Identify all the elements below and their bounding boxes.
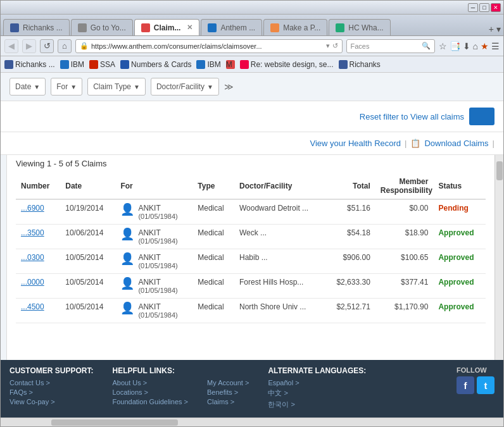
- tab-anthem[interactable]: Anthem ...: [201, 19, 262, 35]
- tab-label-5: Make a P...: [283, 23, 320, 32]
- reset-filter-link[interactable]: Reset filter to View all claims: [360, 112, 464, 121]
- h-scroll-thumb[interactable]: [51, 419, 178, 426]
- claim-facility-cell: North Shore Univ ...: [234, 299, 325, 323]
- claim-number-link[interactable]: ...6900: [21, 204, 44, 213]
- footer-chinese-link[interactable]: 中文 >: [268, 388, 366, 398]
- scroll-thumb[interactable]: [496, 161, 503, 180]
- doctor-filter-label: Doctor/Facility: [156, 82, 205, 91]
- table-row: ...0000 10/05/2014 👤 ANKIT (01/05/1984) …: [16, 274, 486, 299]
- date-filter[interactable]: Date ▼: [9, 78, 46, 96]
- bookmark-icon-richanks: [4, 60, 13, 69]
- browser-window: ─ □ ✕ Richanks ... Go to Yo... Claim... …: [0, 0, 504, 427]
- col-total: Total: [325, 173, 375, 199]
- for-name: ANKIT: [138, 278, 177, 287]
- col-number: Number: [16, 173, 60, 199]
- tab-hc[interactable]: HC Wha...: [329, 19, 390, 35]
- footer-espanol-link[interactable]: Español >: [268, 379, 366, 387]
- facebook-social-icon[interactable]: f: [457, 376, 474, 394]
- tab-close-3[interactable]: ✕: [187, 23, 192, 32]
- claim-number-link[interactable]: ...3500: [21, 228, 44, 237]
- tab-claim[interactable]: Claim... ✕: [134, 19, 200, 35]
- twitter-social-icon[interactable]: t: [477, 376, 495, 394]
- bookmark-label-nc: Numbers & Cards: [131, 60, 191, 69]
- footer-about-link[interactable]: About Us >: [112, 379, 188, 387]
- for-dob: (01/05/1984): [138, 311, 177, 319]
- footer-locations-link[interactable]: Locations >: [112, 388, 188, 396]
- bookmark-label-ssa: SSA: [100, 60, 115, 69]
- tab-favicon-4: [208, 23, 217, 32]
- claim-status-cell: Pending: [433, 199, 486, 225]
- claim-type-cell: Medical: [192, 249, 234, 274]
- bookmark-numcards[interactable]: Numbers & Cards: [120, 60, 191, 69]
- health-record-link[interactable]: View your Health Record: [310, 139, 401, 148]
- close-button[interactable]: ✕: [491, 3, 501, 12]
- bookmark-ibm[interactable]: IBM: [60, 60, 84, 69]
- bookmark-label-ibm2: IBM: [207, 60, 220, 69]
- left-edge: [1, 155, 7, 360]
- back-button[interactable]: ◀: [4, 39, 18, 53]
- footer-copay-link[interactable]: View Co-pay >: [9, 398, 93, 405]
- claim-responsibility-cell: $377.41: [375, 274, 434, 299]
- footer-account-link[interactable]: My Account >: [207, 379, 249, 387]
- toolbar-icons: ☆ 📑 ⬇ ⌂ ★ ☰: [439, 41, 500, 51]
- claim-type-filter[interactable]: Claim Type ▼: [87, 78, 146, 96]
- search-box[interactable]: Faces 🔍: [346, 39, 435, 53]
- download-claims-link[interactable]: Download Claims: [424, 139, 488, 148]
- new-tab-icon[interactable]: +: [489, 24, 494, 34]
- url-box[interactable]: 🔒 https://www.anthem.com/consumer/claims…: [75, 39, 343, 53]
- download-toolbar-icon[interactable]: ⬇: [463, 41, 470, 51]
- footer-faqs-link[interactable]: FAQs >: [9, 388, 93, 396]
- bookmark-ssa[interactable]: SSA: [89, 60, 115, 69]
- claim-number-link[interactable]: ...0000: [21, 278, 44, 287]
- footer-benefits-link[interactable]: Benefits >: [207, 388, 249, 396]
- bookmark-gmail[interactable]: M: [226, 60, 235, 69]
- refresh-button[interactable]: ↺: [40, 39, 54, 53]
- bookmark-richanks[interactable]: Richanks ...: [4, 60, 55, 69]
- claim-status-cell: Approved: [433, 249, 486, 274]
- forward-button[interactable]: ▶: [22, 39, 36, 53]
- tab-list-icon[interactable]: ▾: [496, 24, 501, 34]
- home-toolbar-icon[interactable]: ⌂: [473, 41, 478, 51]
- title-bar-controls: ─ □ ✕: [468, 3, 501, 12]
- bookmark-fb2[interactable]: Richanks: [339, 60, 381, 69]
- reset-filter-button[interactable]: [469, 108, 495, 125]
- claim-facility-cell: Weck ...: [234, 225, 325, 249]
- filter-scroll-icon[interactable]: ≫: [224, 82, 234, 92]
- bookmark-icon-ssa: [89, 60, 98, 69]
- vertical-scrollbar[interactable]: [495, 155, 503, 360]
- claim-responsibility-cell: $0.00: [375, 199, 434, 225]
- horizontal-scrollbar[interactable]: [1, 418, 503, 426]
- bookmark-star-icon[interactable]: ☆: [439, 41, 447, 51]
- footer-claims-link[interactable]: Claims >: [207, 398, 249, 405]
- bookmark-list-icon[interactable]: 📑: [450, 41, 460, 51]
- claim-number-cell: ...0000: [16, 274, 60, 299]
- footer-contact-link[interactable]: Contact Us >: [9, 379, 93, 387]
- home-button[interactable]: ⌂: [58, 39, 72, 53]
- minimize-button[interactable]: ─: [468, 3, 478, 12]
- starred-icon[interactable]: ★: [481, 41, 489, 51]
- footer-foundation-link[interactable]: Foundation Guidelines >: [112, 398, 188, 405]
- claim-number-link[interactable]: ...4500: [21, 302, 44, 311]
- maximize-button[interactable]: □: [479, 3, 489, 12]
- url-refresh-icon[interactable]: ↺: [332, 42, 338, 50]
- search-icon[interactable]: 🔍: [422, 42, 431, 50]
- for-filter[interactable]: For ▼: [51, 78, 82, 96]
- claim-number-link[interactable]: ...0300: [21, 253, 44, 262]
- url-dropdown-icon[interactable]: ▾: [326, 42, 330, 50]
- footer-korean-link[interactable]: 한국이 >: [268, 400, 366, 409]
- bookmark-icon-nc: [120, 60, 129, 69]
- claim-status-cell: Approved: [433, 225, 486, 249]
- tab-goto[interactable]: Go to Yo...: [71, 19, 133, 35]
- download-claims-icon: 📋: [410, 139, 420, 148]
- menu-icon[interactable]: ☰: [491, 41, 500, 51]
- col-date: Date: [60, 173, 115, 199]
- tab-makep[interactable]: Make a P...: [263, 19, 327, 35]
- tab-richanks[interactable]: Richanks ...: [3, 19, 70, 35]
- col-doctor: Doctor/Facility: [234, 173, 325, 199]
- viewing-text: Viewing 1 - 5 of 5 Claims: [16, 159, 486, 168]
- for-name: ANKIT: [138, 204, 177, 213]
- bookmark-re[interactable]: Re: website design, se...: [240, 60, 334, 69]
- bookmarks-bar: Richanks ... IBM SSA Numbers & Cards IBM…: [1, 56, 503, 73]
- doctor-filter[interactable]: Doctor/Facility ▼: [151, 78, 219, 96]
- bookmark-ibm2[interactable]: IBM: [196, 60, 220, 69]
